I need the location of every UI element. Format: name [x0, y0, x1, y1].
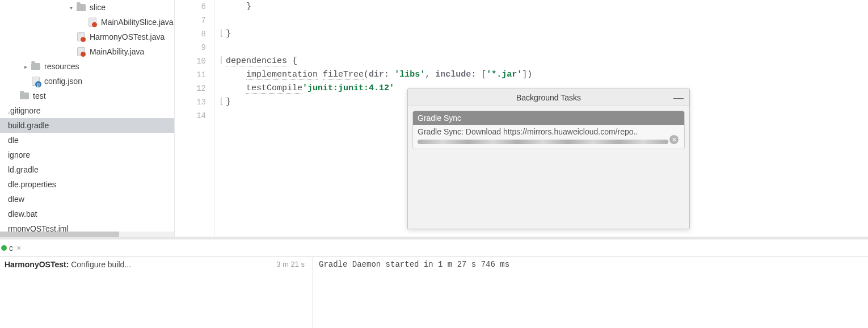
fold-marker-icon — [218, 41, 225, 54]
build-title-action: Configure build... — [69, 260, 131, 269]
build-title: HarmonyOSTest: Configure build... — [5, 260, 131, 325]
popup-title-bar[interactable]: Background Tasks — — [408, 89, 689, 106]
tree-item-label: MainAbility.java — [90, 47, 144, 56]
code-line[interactable] — [214, 14, 868, 27]
tree-item-label: test — [33, 91, 46, 100]
tree-item[interactable]: dle.properties — [0, 177, 174, 192]
fold-marker-icon[interactable]: ⌊ — [218, 27, 225, 41]
tree-item-label: config.json — [44, 77, 82, 86]
tree-item[interactable]: build.gradle — [0, 118, 174, 133]
chevron-down-icon[interactable]: ▾ — [68, 5, 74, 11]
fold-marker-icon — [218, 82, 225, 95]
line-number[interactable]: 8 — [175, 27, 214, 41]
tree-item-label: slice — [90, 3, 106, 12]
build-title-name: HarmonyOSTest: — [5, 260, 69, 269]
tree-item[interactable]: test — [0, 89, 174, 103]
popup-title: Background Tasks — [516, 93, 581, 102]
tree-item-label: MainAbilitySlice.java — [101, 18, 174, 27]
line-number[interactable]: 9 — [175, 41, 214, 54]
folder-icon — [76, 2, 86, 12]
build-elapsed: 3 m 21 s — [276, 260, 308, 325]
tree-item[interactable]: MainAbilitySlice.java — [0, 15, 174, 30]
tree-item-label: ignore — [8, 150, 30, 159]
chevron-right-icon[interactable]: ▸ — [23, 64, 28, 70]
tree-item[interactable]: dlew — [0, 192, 174, 207]
line-number[interactable]: 11 — [175, 68, 214, 82]
minimize-icon[interactable]: — — [673, 89, 684, 106]
tree-item-label: resources — [44, 62, 79, 71]
project-tree[interactable]: ▾sliceMainAbilitySlice.javaHarmonyOSTest… — [0, 0, 175, 237]
line-number[interactable]: 7 — [175, 14, 214, 27]
line-number[interactable]: 6 — [175, 0, 214, 14]
fold-marker-icon[interactable]: ⌈ — [218, 54, 225, 68]
tree-item[interactable]: ld.gradle — [0, 162, 174, 177]
task-card: Gradle Sync Gradle Sync: Download https:… — [412, 111, 685, 149]
tree-item-label: build.gradle — [8, 121, 49, 130]
tree-item-label: HarmonyOSTest.java — [90, 32, 165, 41]
fold-marker-icon[interactable]: ⌊ — [218, 95, 225, 109]
task-name: Gradle Sync — [413, 111, 684, 125]
tree-item[interactable]: HarmonyOSTest.java — [0, 30, 174, 44]
build-console[interactable]: Gradle Daemon started in 1 m 27 s 746 ms — [313, 256, 868, 328]
build-panel: c × HarmonyOSTest: Configure build... 3 … — [0, 237, 868, 328]
tree-item-label: ld.gradle — [8, 165, 39, 174]
tree-item-label: dle.properties — [8, 180, 56, 189]
fold-marker-icon — [218, 14, 225, 27]
line-number[interactable]: 10 — [175, 54, 214, 68]
tree-item-label: dle — [8, 136, 19, 145]
folder-icon — [31, 61, 41, 72]
tree-item-label: .gitignore — [8, 106, 41, 115]
tree-item[interactable]: dle — [0, 133, 174, 148]
tree-item-label: dlew.bat — [8, 209, 37, 218]
sync-status-icon — [1, 245, 7, 251]
background-tasks-popup[interactable]: Background Tasks — Gradle Sync Gradle Sy… — [407, 89, 690, 229]
task-detail: Gradle Sync: Download https://mirrors.hu… — [413, 125, 684, 138]
tree-item[interactable]: ▾slice — [0, 0, 174, 15]
folder-icon — [19, 91, 30, 101]
close-icon[interactable]: × — [16, 243, 21, 253]
code-line[interactable]: ⌊} — [214, 27, 868, 41]
code-line[interactable] — [214, 41, 868, 54]
code-line[interactable]: implementation fileTree(dir: 'libs', inc… — [214, 68, 868, 82]
code-line[interactable]: } — [214, 0, 868, 14]
java-file-icon — [87, 17, 98, 27]
editor-gutter: 67891011121314 — [175, 0, 214, 237]
java-file-icon — [76, 47, 86, 57]
tree-item[interactable]: dlew.bat — [0, 207, 174, 221]
tree-item[interactable]: MainAbility.java — [0, 44, 174, 59]
tree-item-label: dlew — [8, 195, 24, 204]
build-progress-pane: HarmonyOSTest: Configure build... 3 m 21… — [0, 256, 313, 328]
fold-marker-icon — [218, 109, 225, 123]
build-tab-label[interactable]: c — [9, 243, 13, 253]
fold-marker-icon — [218, 0, 225, 14]
console-line: Gradle Daemon started in 1 m 27 s 746 ms — [319, 260, 509, 269]
tree-scrollbar[interactable] — [0, 232, 174, 237]
java-file-icon — [76, 32, 86, 42]
line-number[interactable]: 12 — [175, 82, 214, 95]
line-number[interactable]: 13 — [175, 95, 214, 109]
tree-item[interactable]: ▸resources — [0, 59, 174, 74]
task-progress-bar — [418, 140, 668, 144]
fold-marker-icon — [218, 68, 225, 82]
cancel-task-icon[interactable]: ✕ — [669, 135, 679, 144]
json-file-icon — [31, 76, 41, 86]
line-number[interactable]: 14 — [175, 109, 214, 123]
code-line[interactable]: ⌈dependencies { — [214, 54, 868, 68]
tree-item[interactable]: .gitignore — [0, 103, 174, 118]
tree-scroll-thumb[interactable] — [0, 232, 119, 237]
tree-item[interactable]: config.json — [0, 74, 174, 89]
tree-item[interactable]: ignore — [0, 148, 174, 162]
